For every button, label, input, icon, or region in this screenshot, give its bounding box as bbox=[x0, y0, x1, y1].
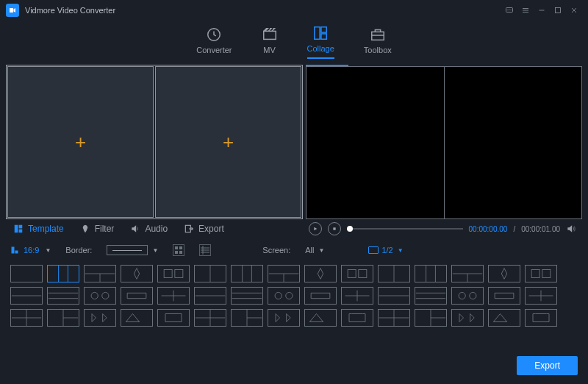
nav-mv[interactable]: MV bbox=[262, 26, 278, 59]
border-preview bbox=[107, 245, 148, 255]
screen-select[interactable]: All ▼ bbox=[305, 246, 324, 255]
template-thumb[interactable] bbox=[341, 309, 373, 327]
svg-rect-44 bbox=[359, 270, 367, 278]
template-thumb[interactable] bbox=[47, 309, 79, 327]
preview-right bbox=[445, 67, 582, 218]
template-thumb[interactable] bbox=[10, 309, 43, 327]
time-sep: / bbox=[513, 225, 515, 233]
template-thumb[interactable] bbox=[84, 265, 116, 282]
tab-filter[interactable]: Filter bbox=[80, 224, 115, 234]
tab-export[interactable]: Export bbox=[184, 224, 224, 234]
tab-audio[interactable]: Audio bbox=[130, 224, 168, 234]
template-thumb[interactable] bbox=[47, 287, 79, 305]
template-thumb[interactable] bbox=[194, 265, 226, 282]
template-thumb[interactable] bbox=[47, 265, 79, 282]
template-grid bbox=[0, 262, 588, 327]
template-thumb[interactable] bbox=[157, 287, 190, 305]
template-thumb[interactable] bbox=[525, 287, 557, 305]
template-thumb[interactable] bbox=[304, 287, 337, 305]
tab-label: Template bbox=[28, 224, 64, 234]
chevron-down-icon: ▼ bbox=[398, 247, 404, 254]
aspect-ratio-select[interactable]: 16:9 ▼ bbox=[10, 246, 51, 255]
svg-rect-19 bbox=[19, 230, 23, 233]
stop-button[interactable] bbox=[328, 222, 341, 235]
collage-grid: + + bbox=[6, 65, 303, 219]
close-button[interactable] bbox=[566, 2, 582, 18]
template-thumb[interactable] bbox=[84, 309, 116, 327]
template-thumb[interactable] bbox=[415, 265, 447, 282]
collage-cell-2[interactable]: + bbox=[155, 66, 301, 218]
play-button[interactable] bbox=[309, 222, 322, 235]
tab-label: Export bbox=[198, 224, 224, 234]
footer: Export bbox=[0, 349, 588, 384]
collage-cell-1[interactable]: + bbox=[7, 66, 154, 218]
template-thumb[interactable] bbox=[488, 265, 520, 282]
svg-rect-37 bbox=[175, 270, 183, 278]
template-thumb[interactable] bbox=[341, 265, 373, 282]
seek-bar[interactable] bbox=[347, 228, 463, 230]
template-thumb[interactable] bbox=[451, 265, 484, 282]
seek-handle[interactable] bbox=[347, 226, 353, 232]
template-thumb[interactable] bbox=[268, 265, 300, 282]
template-thumb[interactable] bbox=[231, 309, 263, 327]
template-thumb[interactable] bbox=[304, 265, 337, 282]
playback-controls: 00:00:00.00/00:00:01.00 bbox=[303, 219, 582, 238]
nav-collage[interactable]: Collage bbox=[307, 25, 334, 59]
template-thumb[interactable] bbox=[194, 309, 226, 327]
template-thumb[interactable] bbox=[121, 287, 153, 305]
template-thumb[interactable] bbox=[231, 265, 263, 282]
template-thumb[interactable] bbox=[451, 309, 484, 327]
converter-icon bbox=[206, 26, 222, 43]
template-thumb[interactable] bbox=[488, 287, 520, 305]
svg-rect-51 bbox=[542, 270, 551, 278]
template-thumb[interactable] bbox=[378, 309, 410, 327]
template-thumb[interactable] bbox=[194, 287, 226, 305]
border-color-button[interactable] bbox=[173, 244, 184, 256]
template-thumb[interactable] bbox=[157, 309, 190, 327]
app-window: Vidmore Video Converter Converter MV Col… bbox=[0, 0, 588, 384]
template-thumb[interactable] bbox=[451, 287, 484, 305]
template-thumb[interactable] bbox=[268, 309, 300, 327]
screen-icon bbox=[368, 246, 379, 254]
template-thumb[interactable] bbox=[121, 309, 153, 327]
template-thumb[interactable] bbox=[10, 265, 43, 282]
page-select[interactable]: 1/2 ▼ bbox=[368, 246, 403, 255]
template-thumb[interactable] bbox=[231, 287, 263, 305]
template-thumb[interactable] bbox=[10, 287, 43, 305]
nav-label: Toolbox bbox=[364, 46, 392, 54]
template-thumb[interactable] bbox=[341, 287, 373, 305]
feedback-icon[interactable] bbox=[501, 2, 517, 18]
nav-toolbox[interactable]: Toolbox bbox=[364, 26, 392, 59]
nav-converter[interactable]: Converter bbox=[196, 26, 232, 59]
menu-icon[interactable] bbox=[517, 2, 534, 18]
preview-viewport bbox=[306, 66, 582, 219]
template-thumb[interactable] bbox=[525, 309, 557, 327]
mv-icon bbox=[262, 26, 278, 43]
maximize-button[interactable] bbox=[550, 2, 566, 18]
border-pattern-button[interactable] bbox=[199, 244, 211, 256]
template-thumb[interactable] bbox=[121, 265, 153, 282]
svg-rect-23 bbox=[15, 251, 18, 254]
top-nav: Converter MV Collage Toolbox bbox=[0, 21, 588, 62]
minimize-button[interactable] bbox=[534, 2, 550, 18]
svg-point-61 bbox=[286, 292, 293, 299]
template-thumb[interactable] bbox=[415, 287, 447, 305]
template-thumb[interactable] bbox=[84, 287, 116, 305]
template-thumb[interactable] bbox=[378, 265, 410, 282]
template-thumb[interactable] bbox=[488, 309, 520, 327]
template-thumb[interactable] bbox=[378, 287, 410, 305]
template-thumb[interactable] bbox=[304, 309, 337, 327]
template-thumb[interactable] bbox=[157, 265, 190, 282]
svg-rect-26 bbox=[175, 251, 178, 254]
add-media-icon: + bbox=[223, 131, 234, 154]
border-style-select[interactable]: ▼ bbox=[107, 245, 158, 255]
volume-icon[interactable] bbox=[566, 224, 576, 234]
template-thumb[interactable] bbox=[415, 309, 447, 327]
template-thumb[interactable] bbox=[268, 287, 300, 305]
svg-point-65 bbox=[459, 292, 465, 299]
export-button[interactable]: Export bbox=[517, 356, 578, 375]
tab-template[interactable]: Template bbox=[13, 224, 64, 234]
template-thumb[interactable] bbox=[525, 265, 557, 282]
current-time: 00:00:00.00 bbox=[469, 225, 508, 233]
screen-label: Screen: bbox=[262, 246, 290, 255]
